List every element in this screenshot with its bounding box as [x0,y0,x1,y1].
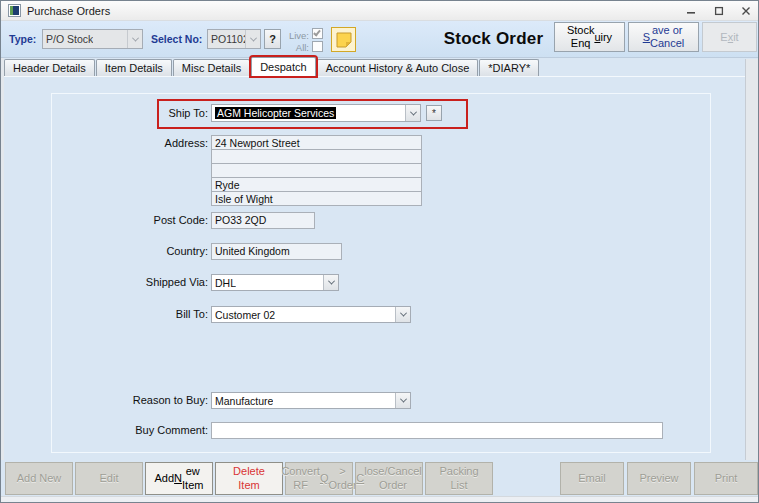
ship-to-label: Ship To: [61,107,208,119]
packing-list-button[interactable]: PackingList [425,462,493,495]
select-no-label: Select No: [151,33,202,45]
titlebar: Purchase Orders [1,1,759,21]
type-combobox[interactable]: P/O Stock [42,29,143,49]
tab-misc-details[interactable]: Misc Details [173,59,250,76]
chevron-down-icon[interactable] [245,30,260,48]
stock-enquiry-button[interactable]: StockEnquiry [554,22,625,52]
close-cancel-order-button[interactable]: Close/CancelOrder [355,462,423,495]
sticky-note-icon [336,32,352,48]
window-frame-right [745,59,759,460]
close-icon[interactable] [736,3,755,18]
live-label: Live: [279,30,309,41]
window-frame-bottom [1,496,759,503]
type-label: Type: [9,33,36,45]
minimize-icon[interactable] [681,3,700,18]
shipped-via-label: Shipped Via: [61,276,208,288]
tab-header-details[interactable]: Header Details [4,59,95,76]
all-label: All: [279,42,309,53]
purchase-orders-window: Purchase Orders Type: P/O Stock Select N… [0,0,759,503]
window-frame-left [1,58,4,460]
toolbar: Type: P/O Stock Select No: PO11028 ? Liv… [1,21,759,58]
shipped-via-combobox[interactable]: DHL [211,274,339,291]
live-checkbox[interactable] [312,28,323,39]
chevron-down-icon[interactable] [323,275,338,290]
country-label: Country: [61,245,208,257]
address-line-1[interactable]: 24 Newport Street [211,135,422,150]
page-title: Stock Order [421,29,566,49]
chevron-down-icon[interactable] [395,307,410,322]
edit-button[interactable]: Edit [75,462,143,495]
preview-button[interactable]: Preview [627,462,691,495]
bottom-button-bar: Add New Edit Add NewItem DeleteItem Conv… [1,460,759,496]
chevron-down-icon[interactable] [395,393,410,408]
check-icon [313,29,321,37]
post-code-label: Post Code: [61,214,208,226]
tab-diary[interactable]: *DIARY* [479,59,539,76]
save-or-cancel-button[interactable]: Save orCancel [628,22,699,52]
tab-account-history[interactable]: Account History & Auto Close [317,59,479,76]
tab-strip: Header Details Item Details Misc Details… [4,58,540,76]
tab-item-details[interactable]: Item Details [96,59,172,76]
window-title: Purchase Orders [27,5,110,17]
all-checkbox[interactable] [312,41,323,52]
reason-to-buy-combobox[interactable]: Manufacture [211,392,411,409]
note-button[interactable] [331,27,356,52]
tab-despatch[interactable]: Despatch [251,57,315,76]
ship-to-combobox[interactable]: AGM Helicopter Services [211,104,421,122]
post-code-field[interactable]: PO33 2QD [211,212,315,229]
address-line-2[interactable] [211,149,422,164]
chevron-down-icon[interactable] [127,30,142,48]
address-line-5[interactable]: Isle of Wight [211,191,422,206]
address-line-4[interactable]: Ryde [211,177,422,192]
add-new-item-button[interactable]: Add NewItem [145,462,213,495]
despatch-tab-page: Ship To: AGM Helicopter Services * Addre… [1,76,759,460]
buy-comment-label: Buy Comment: [61,424,208,436]
ship-to-aux-button[interactable]: * [426,105,442,121]
bill-to-label: Bill To: [61,308,208,320]
print-button[interactable]: Print [694,462,758,495]
delete-item-button[interactable]: DeleteItem [215,462,283,495]
address-line-3[interactable] [211,163,422,178]
country-field[interactable]: United Kingdom [211,243,342,260]
chevron-down-icon[interactable] [405,105,420,121]
reason-to-buy-label: Reason to Buy: [61,394,208,406]
address-label: Address: [61,137,208,149]
select-no-combobox[interactable]: PO11028 [207,29,261,49]
add-new-button[interactable]: Add New [5,462,73,495]
email-button[interactable]: Email [560,462,624,495]
bill-to-combobox[interactable]: Customer 02 [211,306,411,323]
ship-to-value: AGM Helicopter Services [215,107,336,119]
app-icon [8,4,21,17]
restore-icon[interactable] [709,3,728,18]
buy-comment-input[interactable] [211,422,663,439]
convert-rfq-button[interactable]: ConvertRFQ > Order [285,462,353,495]
exit-button[interactable]: Exit [702,22,757,52]
